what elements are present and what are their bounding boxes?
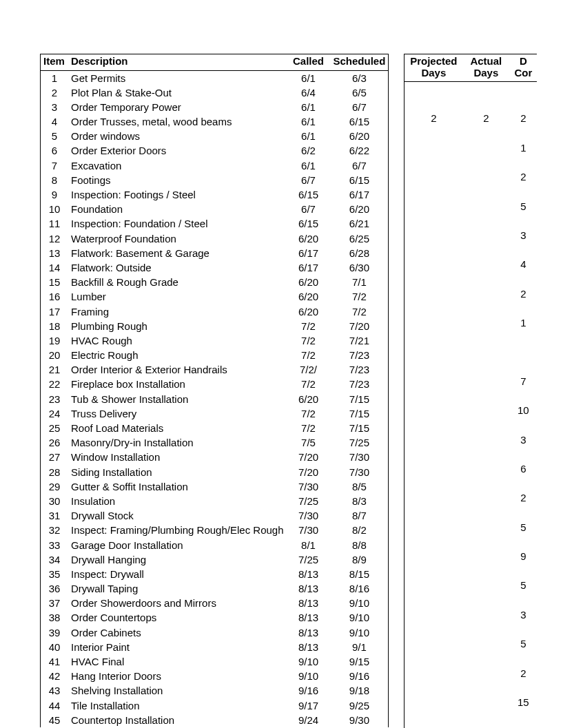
cell-item: 6 [41, 143, 69, 158]
table-row: 5 [405, 520, 538, 534]
table-row: 11Inspection: Foundation / Steel6/156/21 [41, 216, 389, 231]
table-row: 1 [405, 315, 538, 330]
cell-projected [405, 636, 463, 651]
cell-projected [405, 199, 463, 214]
table-row: 5 [405, 199, 538, 214]
schedule-table-head: Item Description Called Scheduled [41, 54, 389, 71]
cell-called: 7/2 [287, 421, 331, 435]
cell-item: 41 [41, 654, 69, 669]
table-row [405, 360, 538, 374]
table-row: 3Order Temporary Power6/16/7 [41, 100, 389, 114]
cell-scheduled: 6/21 [331, 216, 389, 231]
cell-scheduled: 9/18 [331, 683, 389, 698]
cell-actual [462, 214, 509, 228]
table-row [405, 330, 538, 344]
col-description: Description [68, 54, 287, 71]
table-row: 18Plumbing Rough7/27/20 [41, 319, 389, 333]
cell-projected [405, 344, 463, 359]
cell-scheduled: 9/30 [331, 713, 389, 727]
table-row [405, 82, 538, 97]
cell-actual [462, 563, 509, 578]
cell-projected [405, 301, 463, 315]
table-row [405, 563, 538, 578]
table-row: 23Tub & Shower Installation6/207/15 [41, 392, 389, 406]
cell-item: 30 [41, 494, 69, 508]
cell-item: 8 [41, 173, 69, 187]
table-row: 7Excavation6/16/7 [41, 158, 389, 173]
cell-scheduled: 6/25 [331, 231, 389, 246]
cell-scheduled: 6/3 [331, 70, 389, 85]
cell-actual [462, 593, 509, 607]
cell-actual [462, 651, 509, 665]
cell-item: 44 [41, 698, 69, 713]
days-table: Projected Days Actual Days D Cor 222 1 2… [404, 54, 537, 728]
cell-called: 7/2 [287, 333, 331, 348]
cell-description: Drywall Stock [68, 508, 287, 523]
cell-projected [405, 388, 463, 403]
table-row [405, 155, 538, 169]
schedule-table: Item Description Called Scheduled 1Get P… [40, 54, 389, 727]
cell-called: 8/13 [287, 596, 331, 610]
col-actual-days: Actual Days [462, 54, 509, 82]
cell-cor [509, 271, 537, 286]
cell-projected [405, 578, 463, 592]
cell-scheduled: 8/9 [331, 552, 389, 567]
table-row: 2Plot Plan & Stake-Out6/46/5 [41, 85, 389, 100]
days-table-body: 222 1 2 5 3 4 2 1 7 10 3 6 2 5 9 5 3 5 2… [405, 82, 538, 729]
cell-description: Shelving Installation [68, 683, 287, 698]
cell-description: Drywall Taping [68, 581, 287, 596]
cell-scheduled: 7/20 [331, 319, 389, 333]
table-row [405, 680, 538, 695]
table-row: 36Drywall Taping8/138/16 [41, 581, 389, 596]
cell-description: Order Exterior Doors [68, 143, 287, 158]
cell-called: 6/15 [287, 216, 331, 231]
cell-cor: 1 [509, 141, 537, 155]
cell-actual [462, 184, 509, 198]
table-row: 31Drywall Stock7/308/7 [41, 508, 389, 523]
table-row [405, 417, 538, 432]
cell-projected [405, 141, 463, 155]
table-row: 10 [405, 403, 538, 417]
cell-actual [462, 607, 509, 622]
table-row: 7 [405, 374, 538, 388]
cell-cor: 9 [509, 549, 537, 563]
cell-actual [462, 490, 509, 505]
cell-scheduled: 8/16 [331, 581, 389, 596]
cell-cor [509, 622, 537, 636]
cell-called: 6/2 [287, 143, 331, 158]
cell-called: 6/20 [287, 392, 331, 406]
cell-scheduled: 7/2 [331, 289, 389, 304]
cell-projected [405, 695, 463, 709]
col-cor: D Cor [509, 54, 537, 82]
cell-scheduled: 6/5 [331, 85, 389, 100]
cell-scheduled: 8/5 [331, 479, 389, 494]
cell-actual [462, 169, 509, 184]
table-row: 21Order Interior & Exterior Handrails7/2… [41, 362, 389, 377]
cell-actual [462, 242, 509, 257]
cell-actual [462, 578, 509, 592]
table-row: 15 [405, 695, 538, 709]
table-row [405, 242, 538, 257]
table-row: 24Truss Delivery7/27/15 [41, 406, 389, 421]
cell-description: Plot Plan & Stake-Out [68, 85, 287, 100]
cell-projected [405, 228, 463, 242]
cell-scheduled: 7/1 [331, 275, 389, 289]
table-row [405, 271, 538, 286]
table-row: 9Inspection: Footings / Steel6/156/17 [41, 187, 389, 202]
cell-description: Siding Installation [68, 465, 287, 479]
cell-description: Inspect: Drywall [68, 567, 287, 581]
table-row: 16Lumber6/207/2 [41, 289, 389, 304]
cell-description: Backfill & Rough Grade [68, 275, 287, 289]
cell-projected [405, 593, 463, 607]
cell-actual [462, 417, 509, 432]
cell-called: 7/30 [287, 479, 331, 494]
cell-called: 6/17 [287, 246, 331, 260]
cell-actual [462, 403, 509, 417]
cell-projected [405, 374, 463, 388]
cell-projected [405, 330, 463, 344]
cell-description: Order Trusses, metal, wood beams [68, 114, 287, 129]
cell-item: 23 [41, 392, 69, 406]
cell-scheduled: 7/25 [331, 435, 389, 450]
cell-called: 7/2 [287, 348, 331, 362]
cell-item: 19 [41, 333, 69, 348]
